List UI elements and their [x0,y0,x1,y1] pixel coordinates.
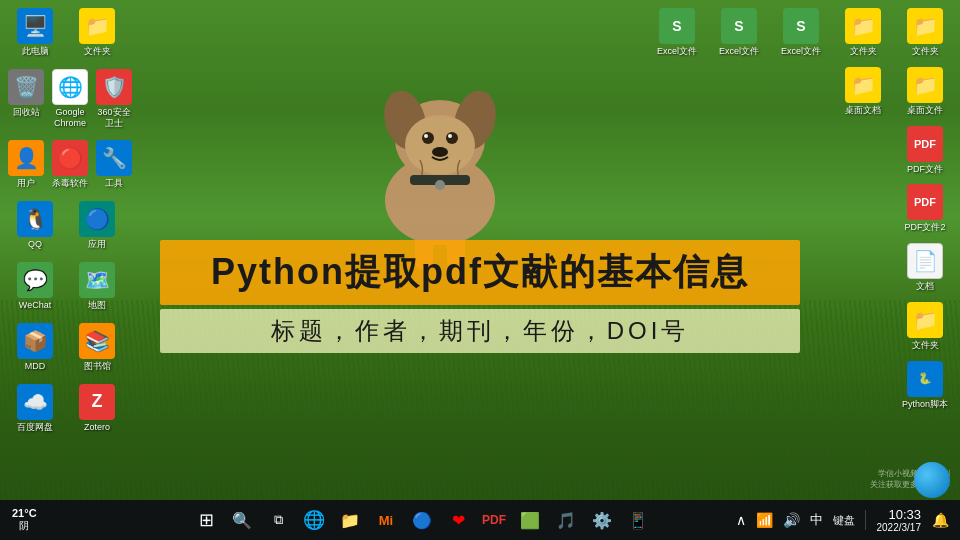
computer-icon-img: 🖥️ [17,8,53,44]
mdd-icon-img: 📦 [17,323,53,359]
tray-keyboard[interactable]: 键盘 [830,511,858,530]
chrome-taskbar-icon[interactable]: 🔵 [406,504,438,536]
excel3-icon-img: S [783,8,819,44]
icon-baidu[interactable]: ☁️ 百度网盘 [5,381,65,436]
folder-right4-img: 📁 [907,67,943,103]
icon-row-6: 📦 MDD 📚 图书馆 [5,320,135,375]
icon-zotero[interactable]: Z Zotero [67,381,127,436]
icon-chrome[interactable]: 🌐 Google Chrome [49,66,91,132]
tray-volume[interactable]: 🔊 [780,510,803,530]
right-icon-row-6: 📁 文件夹 [647,299,955,354]
edge-icon[interactable]: 🌐 [298,504,330,536]
folder-right5-img: 📁 [907,302,943,338]
app-taskbar-icon[interactable]: 🟩 [514,504,546,536]
zotero-icon-img: Z [79,384,115,420]
icon-avast[interactable]: 🔴 杀毒软件 [49,137,91,192]
icon-pdf-1[interactable]: PDF PDF文件 [895,123,955,178]
start-button[interactable]: ⊞ [190,504,222,536]
icon-excel-1[interactable]: S Excel文件 [647,5,707,60]
pdf1-icon-img: PDF [907,126,943,162]
icon-wechat[interactable]: 💬 WeChat [5,259,65,314]
icon-excel-3[interactable]: S Excel文件 [771,5,831,60]
icon-qq[interactable]: 🐧 QQ [5,198,65,253]
clock-time: 10:33 [888,507,921,522]
icon-folder-right3-label: 桌面文档 [845,105,881,116]
user-icon-img: 👤 [8,140,44,176]
icon-zotero-label: Zotero [84,422,110,433]
mi-icon[interactable]: Mi [370,504,402,536]
tray-arrow[interactable]: ∧ [733,510,749,530]
taskview-button[interactable]: ⧉ [262,504,294,536]
icon-pdf-2[interactable]: PDF PDF文件2 [895,181,955,236]
excel2-icon-img: S [721,8,757,44]
icon-library[interactable]: 📚 图书馆 [67,320,127,375]
taskbar: 21°C 阴 ⊞ 🔍 ⧉ 🌐 📁 Mi 🔵 ❤ PDF 🟩 🎵 ⚙️ 📱 ∧ 📶… [0,500,960,540]
tray-network[interactable]: 📶 [753,510,776,530]
svg-point-7 [424,134,428,138]
icon-app2-label: 应用 [88,239,106,250]
icon-excel2-label: Excel文件 [719,46,759,57]
folder-right1-img: 📁 [845,8,881,44]
icon-folder-right-1[interactable]: 📁 文件夹 [833,5,893,60]
pdf-taskbar-icon[interactable]: PDF [478,504,510,536]
icon-row-2: 🗑️ 回收站 🌐 Google Chrome 🛡️ 360安全卫士 [5,66,135,132]
icon-app2[interactable]: 🔵 应用 [67,198,127,253]
doc-right-img: 📄 [907,243,943,279]
phone-icon[interactable]: 📱 [622,504,654,536]
explorer-icon[interactable]: 📁 [334,504,366,536]
folder-icon-img: 📁 [79,8,115,44]
svg-point-13 [435,180,445,190]
right-icon-row-2: 📁 桌面文档 📁 桌面文件 [647,64,955,119]
icon-row-1: 🖥️ 此电脑 📁 文件夹 [5,5,135,60]
clock-widget[interactable]: 10:33 2022/3/17 [873,507,926,533]
svg-point-6 [446,132,458,144]
icon-tool-label: 工具 [105,178,123,189]
icon-folder-right-2[interactable]: 📁 文件夹 [895,5,955,60]
icon-row-3: 👤 用户 🔴 杀毒软件 🔧 工具 [5,137,135,192]
icon-tool[interactable]: 🔧 工具 [93,137,135,192]
avast-icon-img: 🔴 [52,140,88,176]
search-button[interactable]: 🔍 [226,504,258,536]
right-icon-row-5: 📄 文档 [647,240,955,295]
recycle-icon-img: 🗑️ [8,69,44,105]
icon-pdf1-label: PDF文件 [907,164,943,175]
icon-doc-right-label: 文档 [916,281,934,292]
icon-folder-left[interactable]: 📁 文件夹 [67,5,127,60]
right-icon-row-4: PDF PDF文件2 [647,181,955,236]
folder-right2-img: 📁 [907,8,943,44]
map-icon-img: 🗺️ [79,262,115,298]
right-icon-row-7: 🐍 Python脚本 [647,358,955,413]
svg-point-8 [448,134,452,138]
media-icon[interactable]: 🎵 [550,504,582,536]
icon-folder-right-3[interactable]: 📁 桌面文档 [833,64,893,119]
taskbar-center: ⊞ 🔍 ⧉ 🌐 📁 Mi 🔵 ❤ PDF 🟩 🎵 ⚙️ 📱 [180,504,725,536]
tray-ime[interactable]: 中 [807,509,826,531]
icon-folder-right-4[interactable]: 📁 桌面文件 [895,64,955,119]
icon-baidu-label: 百度网盘 [17,422,53,433]
icon-user[interactable]: 👤 用户 [5,137,47,192]
svg-point-5 [422,132,434,144]
weather-widget[interactable]: 21°C 阴 [8,507,41,533]
icon-folder-right-5[interactable]: 📁 文件夹 [895,299,955,354]
baidu-icon-img: ☁️ [17,384,53,420]
icon-360-img: 🛡️ [96,69,132,105]
icon-python-right[interactable]: 🐍 Python脚本 [895,358,955,413]
youdao-icon[interactable]: ❤ [442,504,474,536]
icon-360[interactable]: 🛡️ 360安全卫士 [93,66,135,132]
icon-excel3-label: Excel文件 [781,46,821,57]
icon-excel-2[interactable]: S Excel文件 [709,5,769,60]
icon-mdd[interactable]: 📦 MDD [5,320,65,375]
app2-icon-img: 🔵 [79,201,115,237]
wechat-icon-img: 💬 [17,262,53,298]
icon-map[interactable]: 🗺️ 地图 [67,259,127,314]
icon-computer[interactable]: 🖥️ 此电脑 [5,5,65,60]
icon-recycle[interactable]: 🗑️ 回收站 [5,66,47,132]
icon-doc-right[interactable]: 📄 文档 [895,240,955,295]
icon-recycle-label: 回收站 [13,107,40,118]
taskbar-right: ∧ 📶 🔊 中 键盘 10:33 2022/3/17 🔔 [725,507,961,533]
chrome-icon-img: 🌐 [52,69,88,105]
icon-avast-label: 杀毒软件 [52,178,88,189]
notification-button[interactable]: 🔔 [929,510,952,530]
settings-icon[interactable]: ⚙️ [586,504,618,536]
python-right-img: 🐍 [907,361,943,397]
